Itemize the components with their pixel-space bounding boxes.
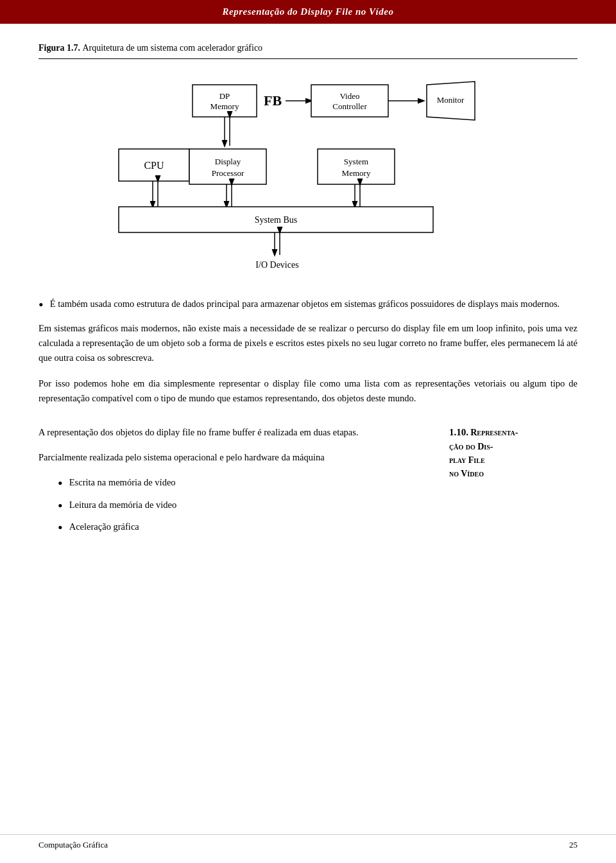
section-title-line1: Representa-	[470, 428, 518, 437]
main-content: Figura 1.7. Arquitetura de um sistema co…	[0, 24, 616, 567]
sub-bullet-text-2: Leitura da memória de video	[69, 498, 177, 512]
paragraph-2: Por isso podemos hohe em dia simplesment…	[38, 376, 578, 406]
sub-bullet-dot-1: •	[58, 473, 63, 494]
section-title-line2: ção do Dis-	[449, 442, 493, 451]
svg-rect-0	[193, 85, 257, 117]
sub-bullet-dot-2: •	[58, 495, 63, 517]
footer-right: 25	[569, 840, 578, 850]
svg-text:Processor: Processor	[212, 168, 244, 178]
sub-bullet-3: • Aceleração gráfica	[58, 519, 430, 539]
svg-rect-15	[189, 149, 266, 184]
footer-left: Computação Gráfica	[38, 840, 108, 850]
page-header: Representação do Display File no Vídeo	[0, 0, 616, 24]
svg-rect-18	[318, 149, 395, 184]
sub-bullet-list: • Escrita na memória de vídeo • Leitura …	[58, 475, 430, 538]
section-number: 1.10. Representa- ção do Dis- play File …	[449, 425, 578, 480]
page-footer: Computação Gráfica 25	[0, 834, 616, 850]
diagram-container: DP Memory FB Video Controller Monitor CP…	[38, 72, 578, 277]
svg-text:Memory: Memory	[342, 168, 371, 178]
figure-description: Arquitetura de um sistema com acelerador…	[82, 43, 262, 53]
bullet-item-1: • É também usada como estrutura de dados…	[38, 297, 578, 316]
svg-text:System Bus: System Bus	[255, 215, 298, 225]
svg-text:Display: Display	[215, 157, 241, 166]
architecture-diagram: DP Memory FB Video Controller Monitor CP…	[83, 72, 533, 277]
svg-text:Video: Video	[340, 91, 360, 101]
sub-bullet-dot-3: •	[58, 517, 63, 539]
bullet-dot-1: •	[38, 294, 44, 316]
svg-text:Monitor: Monitor	[437, 95, 465, 105]
sub-bullet-text-3: Aceleração gráfica	[69, 519, 139, 534]
svg-text:Memory: Memory	[210, 101, 239, 111]
col-left-para-2: Parcialmente realizada pelo sistema oper…	[38, 450, 430, 465]
svg-text:I/O Devices: I/O Devices	[255, 260, 298, 270]
svg-text:System: System	[344, 157, 368, 166]
section-title-line3: play File	[449, 455, 485, 465]
figure-caption: Figura 1.7. Arquitetura de um sistema co…	[38, 43, 578, 59]
svg-text:CPU: CPU	[144, 160, 164, 171]
figure-label: Figura 1.7.	[38, 43, 82, 53]
svg-text:DP: DP	[219, 91, 230, 101]
two-column-section: A representação dos objetos do diplay fi…	[38, 425, 578, 541]
column-right: 1.10. Representa- ção do Dis- play File …	[449, 425, 578, 541]
sub-bullet-1: • Escrita na memória de vídeo	[58, 475, 430, 494]
header-title: Representação do Display File no Vídeo	[223, 6, 394, 17]
svg-rect-5	[311, 85, 388, 117]
section-title-line4: no Vídeo	[449, 469, 484, 478]
bullet-text-1: É também usada como estrutura de dados p…	[50, 297, 560, 311]
svg-text:FB: FB	[264, 92, 282, 109]
sub-bullet-text-1: Escrita na memória de vídeo	[69, 475, 176, 489]
paragraph-1: Em sistemas gráficos mais modernos, não …	[38, 321, 578, 366]
column-left: A representação dos objetos do diplay fi…	[38, 425, 430, 541]
svg-text:Controller: Controller	[332, 101, 367, 111]
sub-bullet-2: • Leitura da memória de video	[58, 498, 430, 517]
col-left-para-1: A representação dos objetos do diplay fi…	[38, 425, 430, 440]
